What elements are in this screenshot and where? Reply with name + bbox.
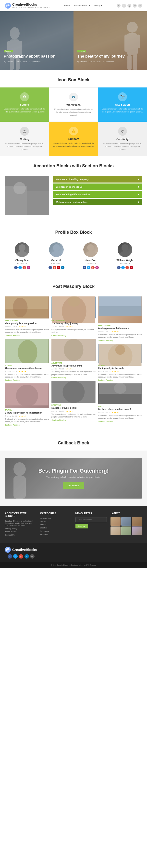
social-in-icon[interactable]: in (27, 266, 30, 269)
social-linkedin[interactable]: in (133, 4, 137, 8)
icon-box-creativity-desc: Ut exercitationem perferendis perspiciat… (102, 142, 143, 151)
avatar-3 (118, 242, 132, 257)
social-pi-icon[interactable]: p (57, 266, 60, 269)
post-read-more-8[interactable]: Continue Reading (98, 421, 142, 422)
footer-social-fb[interactable]: f (8, 554, 12, 559)
social-tw-icon[interactable]: t (18, 266, 22, 269)
post-read-more-1[interactable]: Continue Reading (5, 379, 49, 381)
social-gp-icon[interactable]: g (53, 266, 56, 269)
post-read-more-6[interactable]: Continue Reading (98, 340, 142, 341)
callback-cta-button[interactable]: Get Started (63, 483, 85, 489)
hero-right[interactable]: Journey The beauty of my journey By Andr… (74, 11, 147, 70)
icon-box-title: Icon Box Block (0, 70, 147, 88)
masonry-post-5[interactable]: Lifestyle Marriage: Couple goals! Andrew… (52, 381, 95, 421)
social-facebook[interactable]: f (117, 4, 121, 8)
social-tw-icon[interactable]: t (87, 266, 90, 269)
social-gp-icon[interactable]: g (23, 266, 26, 269)
hero-left[interactable]: Passion Photography about passion By And… (0, 11, 74, 70)
social-li-icon[interactable]: in (61, 266, 64, 269)
nav-blocks[interactable]: Creative Blocks ▾ (73, 4, 90, 7)
footer-privacy-link[interactable]: Privacy Policy (5, 527, 36, 530)
accordion-item-3[interactable]: We have design wide practices ▾ (53, 199, 142, 205)
icon-box-wp-title: WordPress (66, 103, 81, 106)
accordion-item-2[interactable]: We are offering different services ▾ (53, 191, 142, 198)
footer-gallery-img-2[interactable] (132, 517, 142, 526)
post-stars-1: ★★★★★ (19, 370, 26, 372)
post-read-more-4[interactable]: Continue Reading (52, 377, 95, 378)
footer-social-li[interactable]: in (25, 554, 29, 559)
masonry-post-7[interactable]: Fitness Photography is the truth Andrew … (98, 344, 142, 381)
footer-cat-1[interactable]: Travel (40, 520, 72, 523)
masonry-post-1[interactable]: Fitness The camera sees more than the ey… (5, 339, 49, 381)
accordion-item-0[interactable]: We are one of leading company ▾ (53, 176, 142, 183)
icon-box-support[interactable]: 👍 Support Ut exercitationem perferendis … (49, 122, 98, 156)
footer-cat-5[interactable]: Wedding (40, 533, 72, 535)
accordion-item-1[interactable]: Best reason to choose us ▾ (53, 184, 142, 190)
footer-logo[interactable]: CreativeBlocks (5, 547, 37, 553)
social-fb-icon[interactable]: f (14, 266, 18, 269)
post-read-more-3[interactable]: Continue Reading (52, 335, 95, 336)
profile-social-1: f g p in (42, 266, 71, 269)
social-fb-icon[interactable]: f (83, 266, 86, 269)
profile-role-0: ♦ member ♦ (7, 262, 37, 265)
social-email[interactable]: ✉ (138, 4, 142, 8)
post-date-7: Jun 19 (105, 370, 111, 372)
masonry-post-0[interactable]: Photography Photography is about passion… (5, 297, 49, 336)
support-icon: 👍 (69, 127, 78, 135)
post-image-1 (5, 339, 49, 363)
social-twitter[interactable]: t (122, 4, 126, 8)
social-pi-icon[interactable]: p (129, 266, 133, 269)
footer-social-email[interactable]: ✉ (30, 554, 34, 559)
newsletter-submit-button[interactable]: Sign Up (76, 524, 88, 528)
social-fb-icon[interactable]: f (117, 266, 121, 269)
footer-terms-link[interactable]: Terms of Use (5, 531, 36, 533)
svg-point-23 (121, 244, 128, 251)
masonry-post-8[interactable]: Travel Go there where you find peace! An… (98, 383, 142, 422)
icon-box-creativity[interactable]: C Creativity Ut exercitationem perferend… (98, 122, 147, 156)
logo[interactable]: CreativeBlocks GT BLOCK & PLUGIN FOR GUT… (5, 2, 50, 8)
masonry-section: Post Masonry Block Photography Photograp… (0, 277, 147, 433)
masonry-post-2[interactable]: Travel Beauty is perfect in its imperfec… (5, 383, 49, 426)
social-gp-icon[interactable]: g (125, 266, 129, 269)
accordion-container: We are one of leading company ▾ Best rea… (5, 176, 142, 215)
post-read-more-5[interactable]: Continue Reading (52, 419, 95, 421)
social-gp-icon[interactable]: g (91, 266, 94, 269)
post-read-more-7[interactable]: Continue Reading (98, 379, 142, 381)
social-in-icon[interactable]: in (95, 266, 99, 269)
post-author-0: Andrew (5, 326, 11, 328)
footer-copyright: © 2019 CreativeBlocks — Designed with ♥ … (0, 562, 147, 568)
social-google[interactable]: g (127, 4, 131, 8)
icon-box-setting[interactable]: ⚙ Setting Ut exercitationem perferendis … (0, 88, 49, 122)
footer-social-gp[interactable]: g (19, 554, 23, 559)
footer-cat-2[interactable]: Fitness (40, 524, 72, 526)
profile-name-2: Jane Doe (76, 259, 105, 262)
post-meta-2: Andrew Jun 20 ★★★★☆ (5, 415, 49, 417)
masonry-post-4[interactable]: Adventure Adventure is a precious thing … (52, 339, 95, 379)
social-fb-icon[interactable]: f (49, 266, 52, 269)
post-read-more-2[interactable]: Continue Reading (5, 424, 49, 426)
post-read-more-0[interactable]: Continue Reading (5, 335, 49, 336)
icon-box-wordpress[interactable]: W WordPress Ut exercitationem perferendi… (49, 88, 98, 122)
footer-gallery-img-3[interactable] (111, 526, 121, 535)
masonry-post-6[interactable]: Photography Feeling peace with the natur… (98, 297, 142, 341)
social-tw-icon[interactable]: t (121, 266, 125, 269)
footer-gallery-img-0[interactable] (111, 517, 121, 526)
footer-cat-0[interactable]: Photography (40, 517, 72, 519)
masonry-grid: Photography Photography is about passion… (5, 297, 142, 426)
search-icon: 🔭 (118, 92, 127, 101)
nav-coming[interactable]: Coming ▾ (93, 4, 102, 7)
footer-contact-link[interactable]: Contact Us (5, 534, 36, 536)
footer-cat-3[interactable]: Lifestyle (40, 527, 72, 529)
icon-box-search[interactable]: 🔭 Site Search Ut exercitationem perferen… (98, 88, 147, 122)
icon-box-coding[interactable]: ◎ Coding Ut exercitationem perferendis p… (0, 122, 49, 156)
footer-cat-4[interactable]: Adventure (40, 530, 72, 532)
footer-gallery-img-1[interactable] (121, 517, 131, 526)
masonry-post-3[interactable]: Photography The beauty of my journey And… (52, 297, 95, 336)
footer-gallery-img-5[interactable] (132, 526, 142, 535)
profile-name-1: Gary Hill (42, 259, 71, 262)
nav-home[interactable]: Home (64, 4, 70, 7)
footer-gallery-img-4[interactable] (121, 526, 131, 535)
footer-grid: ABOUT CREATIVE BLOCKS Creative Blocks is… (5, 512, 142, 537)
footer-social-tw[interactable]: t (13, 554, 18, 559)
newsletter-email-input[interactable] (76, 517, 107, 522)
